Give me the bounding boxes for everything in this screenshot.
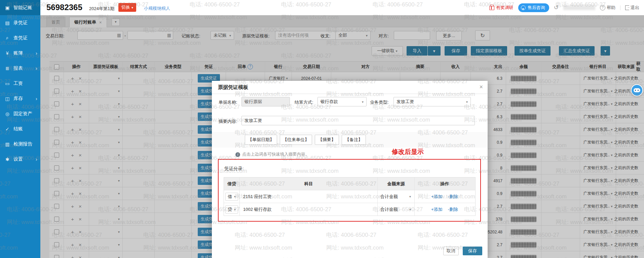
app-window: ▣智能记账▤录凭证⌕查凭证¥账簿›≣报表›▭工资◫库存›◎固定资产✓结账▥检测报… — [0, 0, 644, 258]
entry-subject: 1002 银行存款 — [240, 203, 378, 216]
sidebar-item-label: 查凭证 — [13, 35, 28, 41]
switch-account-button[interactable]: 切换▾ — [118, 3, 136, 12]
sidebar-item-5[interactable]: ▭工资 — [0, 76, 40, 91]
caret-down-icon: ▾ — [131, 6, 133, 9]
summary-content-input[interactable]: 发放工资 — [241, 116, 475, 125]
assistant-robot-icon[interactable] — [631, 84, 643, 96]
menu-settings-icon: ✱ — [4, 157, 10, 162]
chevron-right-icon: › — [36, 65, 37, 71]
modal-titlebar: 票据凭证模板 × — [212, 81, 488, 94]
settlement-select[interactable]: 银行存款▾ — [317, 97, 367, 106]
entry-row-debit: 借▾ 2151 应付工资 合计金额▾ +添加 -删除 — [224, 190, 475, 203]
delete-entry-link[interactable]: -删除 — [448, 194, 458, 200]
token-button-strip: 【单据日期】 【往来单位】 【摘要】 【备注】 — [212, 132, 488, 148]
username-redacted — [563, 5, 595, 10]
headset-icon — [521, 5, 526, 10]
menu-check-icon: ▥ — [4, 141, 10, 147]
gift-icon — [489, 6, 494, 10]
debit-credit-select[interactable]: 借▾ — [225, 193, 238, 201]
after-sales-support-button[interactable]: 售后咨询 — [518, 3, 549, 12]
logout-icon — [625, 5, 629, 10]
chevron-right-icon: › — [36, 96, 37, 101]
token-tip: i 点击上边词条可快速填入摘要内容。 — [235, 152, 309, 157]
template-modal: 票据凭证模板 × 单据名称: 银行票据 结算方式: 银行存款▾ 业务类型: 发放… — [212, 81, 488, 258]
modal-save-button[interactable]: 保存 — [463, 247, 482, 255]
menu-report-icon: ≣ — [4, 66, 10, 71]
token-counterparty-button[interactable]: 【往来单位】 — [280, 135, 312, 145]
topbar: 56982365 2024年第1期 切换▾ 小规模纳税人 有奖调研 售后咨询 ↺… — [40, 0, 644, 15]
sidebar-item-1[interactable]: ▤录凭证 — [0, 15, 40, 30]
annotation-red-box: 凭证分录: 借贷 科目 金额来源 操作 借▾ 2151 应付工资 合计金额▾ +… — [218, 159, 481, 222]
entries-header-row: 借贷 科目 金额来源 操作 — [224, 178, 475, 190]
period-label: 2024年第1期 — [89, 6, 114, 12]
doc-name-input[interactable]: 银行票据 — [241, 97, 290, 106]
summary-content-label: 摘要内容: — [219, 119, 237, 125]
doc-name-label: 单据名称: — [219, 99, 237, 105]
menu-entry-icon: ▤ — [4, 20, 10, 26]
menu-search-icon: ⌕ — [4, 35, 10, 41]
cancel-button[interactable]: 取消 — [443, 247, 459, 255]
token-doc-date-button[interactable]: 【单据日期】 — [245, 135, 277, 145]
sidebar-item-label: 设置 — [13, 156, 23, 162]
token-remark-button[interactable]: 【备注】 — [342, 135, 366, 145]
menu-salary-icon: ▭ — [4, 81, 10, 86]
menu-inventory-icon: ◫ — [4, 96, 10, 101]
sidebar-item-10[interactable]: ✱设置› — [0, 152, 40, 167]
info-icon: i — [235, 152, 240, 157]
sidebar-item-6[interactable]: ◫库存› — [0, 91, 40, 106]
entry-subject: 2151 应付工资 — [240, 190, 378, 203]
sidebar-item-4[interactable]: ≣报表› — [0, 61, 40, 76]
sidebar-item-9[interactable]: ▥检测报告 — [0, 136, 40, 152]
business-type-label: 业务类型: — [370, 99, 389, 105]
sidebar-item-0[interactable]: ▣智能记账 — [0, 0, 40, 15]
sidebar-item-2[interactable]: ⌕查凭证 — [0, 30, 40, 45]
sidebar-item-label: 智能记账 — [13, 5, 32, 11]
menu-smart-icon: ▣ — [4, 5, 10, 10]
chevron-right-icon: › — [36, 156, 37, 162]
sidebar-item-label: 检测报告 — [13, 141, 32, 147]
modal-footer: 取消 保存 — [212, 243, 488, 258]
delete-entry-link[interactable]: -删除 — [448, 206, 458, 213]
amount-source-select[interactable]: 合计金额▾ — [378, 203, 415, 216]
settlement-label: 结算方式: — [295, 99, 313, 105]
taxpayer-type-link[interactable]: 小规模纳税人 — [144, 5, 170, 11]
voucher-entries-table: 借贷 科目 金额来源 操作 借▾ 2151 应付工资 合计金额▾ +添加 -删除 — [224, 177, 476, 216]
sidebar-item-7[interactable]: ◎固定资产 — [0, 106, 40, 121]
modal-close-icon[interactable]: × — [479, 84, 483, 91]
entries-label: 凭证分录: — [224, 166, 244, 172]
add-entry-link[interactable]: +添加 — [431, 206, 443, 213]
menu-assets-icon: ◎ — [4, 111, 10, 117]
entry-row-credit: 贷▾ 1002 银行存款 合计金额▾ +添加 -删除 — [224, 203, 475, 216]
red-annotation: 修改后显示 — [392, 148, 424, 156]
logout-button[interactable]: 退出 — [625, 5, 639, 11]
survey-link[interactable]: 有奖调研 — [489, 5, 514, 11]
menu-closing-icon: ✓ — [4, 126, 10, 132]
sidebar-item-8[interactable]: ✓结账 — [0, 121, 40, 136]
divider — [620, 5, 620, 10]
debit-credit-select[interactable]: 贷▾ — [225, 205, 238, 214]
help-button[interactable]: ? 帮助 — [600, 5, 615, 11]
add-entry-link[interactable]: +添加 — [431, 194, 443, 200]
sidebar-item-label: 库存 — [13, 96, 23, 102]
chevron-right-icon: › — [36, 50, 37, 56]
sidebar-item-label: 报表 — [13, 65, 23, 71]
sidebar-item-label: 账簿 — [13, 50, 23, 56]
token-summary-button[interactable]: 【摘要】 — [315, 135, 339, 145]
account-number: 56982365 — [46, 3, 82, 12]
sidebar-item-label: 工资 — [13, 80, 23, 87]
sidebar-item-label: 录凭证 — [13, 20, 28, 26]
sidebar: ▣智能记账▤录凭证⌕查凭证¥账簿›≣报表›▭工资◫库存›◎固定资产✓结账▥检测报… — [0, 0, 40, 258]
sidebar-item-label: 固定资产 — [13, 111, 32, 117]
sidebar-item-3[interactable]: ¥账簿› — [0, 45, 40, 61]
undo-icon[interactable]: ↺ — [554, 4, 559, 11]
menu-ledger-icon: ¥ — [4, 51, 10, 56]
amount-source-select[interactable]: 合计金额▾ — [378, 190, 415, 203]
business-type-select[interactable]: 发放工资▾ — [393, 97, 471, 106]
modal-title: 票据凭证模板 — [218, 84, 248, 91]
sidebar-item-label: 结账 — [13, 126, 23, 132]
help-icon: ? — [600, 5, 605, 10]
